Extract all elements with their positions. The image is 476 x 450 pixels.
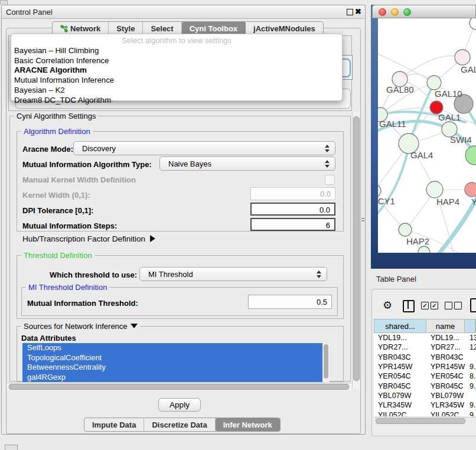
tab-infer-network[interactable]: Infer Network: [216, 418, 280, 431]
tab-discretize-data[interactable]: Discretize Data: [144, 418, 215, 431]
expand-right-icon: [150, 235, 155, 242]
dpi-tolerance-label: DPI Tolerance [0,1]:: [22, 206, 93, 215]
unchecked-checkbox-icon[interactable]: [445, 302, 452, 309]
table-cell: 8.: [465, 372, 476, 380]
table-cell: 13: [465, 334, 476, 342]
minimize-traffic-light-icon[interactable]: [391, 8, 399, 16]
network-canvas[interactable]: GALGAL80GAL10GAL1GAL11SWI4GAL4GCY1HAP4YH…: [378, 18, 476, 253]
mi-type-value: Naive Bayes: [168, 159, 211, 168]
hub-definition-toggle[interactable]: Hub/Transcription Factor Definition: [22, 234, 155, 243]
tab-impute-data[interactable]: Impute Data: [84, 418, 144, 431]
network-node-gcy1[interactable]: [378, 184, 381, 197]
network-node[interactable]: [418, 246, 430, 253]
tab-jactivemnodules[interactable]: jActiveMNodules: [246, 22, 323, 35]
kernel-width-value: 0.0: [320, 190, 331, 198]
panel-splitter-grip[interactable]: [361, 218, 364, 223]
network-node[interactable]: [470, 18, 476, 30]
gear-icon[interactable]: ⚙: [383, 299, 392, 312]
table-cell: YBR045C: [426, 382, 465, 390]
dropdown-item-mutual-information-inference[interactable]: Mutual Information Inference: [14, 76, 114, 84]
table-panel-title: Table Panel: [376, 275, 416, 283]
float-window-icon[interactable]: [347, 9, 353, 15]
table-row[interactable]: YIL052CYIL052C9.: [374, 410, 476, 416]
sources-group-toggle[interactable]: Sources for Network Inference: [21, 322, 140, 331]
list-scrollbar[interactable]: [322, 343, 330, 382]
which-threshold-select[interactable]: MI Threshold: [139, 267, 327, 281]
network-node-hap4[interactable]: [426, 181, 443, 198]
table-horizontal-thumb[interactable]: [376, 418, 465, 424]
tab-select[interactable]: Select: [143, 22, 181, 35]
dropdown-prompt: Select algorithm to view settings: [11, 36, 342, 45]
tab-label: Impute Data: [92, 420, 136, 429]
column-header-col2[interactable]: [465, 319, 475, 332]
table-header-row: shared...name: [374, 319, 476, 333]
close-traffic-light-icon[interactable]: [379, 8, 386, 16]
table-row[interactable]: YPR145WYPR145W9.: [374, 362, 476, 371]
dropdown-item-bayesian-hill-climbing[interactable]: Bayesian – Hill Climbing: [14, 46, 99, 55]
dropdown-item-aracne-algorithm[interactable]: ARACNE Algorithm: [14, 66, 87, 74]
file-icon[interactable]: [470, 298, 476, 312]
node-label-y: Y: [471, 197, 476, 207]
mi-threshold-field[interactable]: 0.5: [248, 295, 332, 309]
table-row[interactable]: YER054CYER054C8.: [374, 371, 476, 381]
mi-type-select[interactable]: Naive Bayes: [159, 156, 335, 171]
node-label-hap4: HAP4: [436, 197, 459, 207]
table-row[interactable]: YDR27...YDR27...12: [374, 343, 476, 352]
dropdown-item-dream8-dc-tdc-algorithm[interactable]: Dream8 DC_TDC Algorithm: [14, 96, 111, 105]
column-header-name[interactable]: name: [426, 319, 465, 332]
checked-checkbox-icon[interactable]: ✓: [421, 302, 429, 309]
algorithm-combo-fragment[interactable]: [341, 55, 353, 80]
table-cell: 9.: [465, 363, 476, 371]
manual-kernel-checkbox[interactable]: [325, 175, 335, 185]
network-node-gal[interactable]: [455, 50, 470, 65]
table-row[interactable]: YBL079WYBL079W: [374, 391, 476, 400]
network-node-y[interactable]: [465, 182, 476, 197]
table-cell: YBL079W: [374, 392, 426, 400]
aracne-mode-select[interactable]: Discovery: [73, 141, 335, 155]
settings-horizontal-thumb[interactable]: [9, 384, 349, 390]
close-icon[interactable]: ✖: [355, 7, 361, 16]
node-label-hap2: HAP2: [406, 236, 429, 246]
mi-threshold-label: Mutual Information Threshold:: [27, 299, 138, 308]
attribute-item-betweennesscentrality[interactable]: BetweennessCentrality: [22, 363, 330, 373]
kernel-width-field[interactable]: 0.0: [250, 187, 335, 200]
table-row[interactable]: YBR043CYBR043C: [374, 353, 476, 362]
node-label-swi4: SWI4: [450, 135, 472, 145]
tab-label: Cyni Toolbox: [190, 24, 237, 33]
network-node-gal10[interactable]: [427, 76, 441, 90]
settings-vertical-thumb[interactable]: [353, 116, 360, 381]
network-node-hap2[interactable]: [399, 223, 412, 236]
scrollbar-thumb[interactable]: [324, 344, 328, 379]
table-cell: YDR27...: [374, 343, 426, 351]
mi-steps-field[interactable]: 6: [250, 218, 335, 231]
unchecked-checkbox-icon[interactable]: [454, 302, 462, 309]
table-row[interactable]: YBR045CYBR045C9.: [374, 381, 476, 390]
sources-group-title: Sources for Network Inference: [24, 322, 128, 331]
apply-button[interactable]: Apply: [158, 398, 201, 412]
tab-style[interactable]: Style: [109, 22, 143, 35]
dpi-tolerance-field[interactable]: 0.0: [250, 203, 335, 216]
cyni-mode-tab-bar: Impute DataDiscretize DataInfer Network: [84, 418, 281, 432]
dropdown-item-basic-correlation-inference[interactable]: Basic Correlation Inference: [14, 56, 109, 65]
columns-icon[interactable]: [403, 300, 415, 312]
table-cell: 9.: [465, 401, 476, 409]
network-node[interactable]: [465, 146, 476, 165]
mi-threshold-group-title: MI Threshold Definition: [26, 283, 109, 292]
application-window: Control Panel ✖ NetworkStyleSelectCyni T…: [0, 0, 476, 450]
focus-ring: [341, 58, 351, 77]
checked-checkbox-icon[interactable]: ✓: [431, 302, 438, 309]
table-row[interactable]: YDL19...YDL19...13: [374, 333, 476, 343]
zoom-traffic-light-icon[interactable]: [403, 8, 411, 16]
tab-network[interactable]: Network: [53, 22, 109, 35]
tab-label: jActiveMNodules: [253, 24, 315, 33]
attribute-item-gal4rgexp[interactable]: gal4RGexp: [22, 373, 330, 383]
table-row[interactable]: YLR345WYLR345W9.: [374, 400, 476, 410]
tab-label: Network: [70, 24, 100, 33]
tab-cyni-toolbox[interactable]: Cyni Toolbox: [182, 22, 246, 35]
attribute-item-topologicalcoefficient[interactable]: TopologicalCoefficient: [22, 353, 330, 363]
column-header-shared[interactable]: shared...: [374, 319, 426, 332]
attribute-item-selfloops[interactable]: SelfLoops: [22, 343, 330, 353]
dropdown-item-bayesian-k2[interactable]: Bayesian – K2: [14, 86, 65, 94]
stepper-arrows-icon: [325, 160, 330, 168]
data-attributes-list[interactable]: SelfLoopsTopologicalCoefficientBetweenne…: [22, 343, 330, 382]
